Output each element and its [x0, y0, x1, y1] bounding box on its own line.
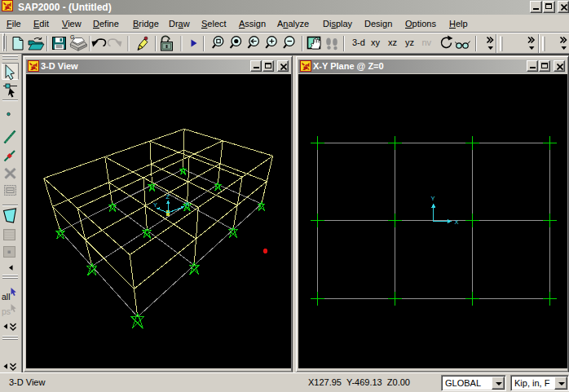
svg-text:Z: Z: [166, 193, 170, 200]
svg-text:X: X: [455, 218, 459, 226]
svg-text:Y: Y: [431, 195, 435, 202]
svg-text:yz: yz: [405, 37, 414, 47]
svg-text:nv: nv: [422, 37, 432, 47]
svg-text:3-d: 3-d: [352, 37, 365, 47]
svg-text:Y: Y: [153, 201, 157, 209]
svg-text:all: all: [2, 292, 11, 302]
svg-text:X: X: [185, 200, 189, 208]
svg-text:xy: xy: [371, 37, 381, 47]
svg-text:ps: ps: [2, 306, 11, 316]
svg-text:xz: xz: [388, 37, 397, 47]
